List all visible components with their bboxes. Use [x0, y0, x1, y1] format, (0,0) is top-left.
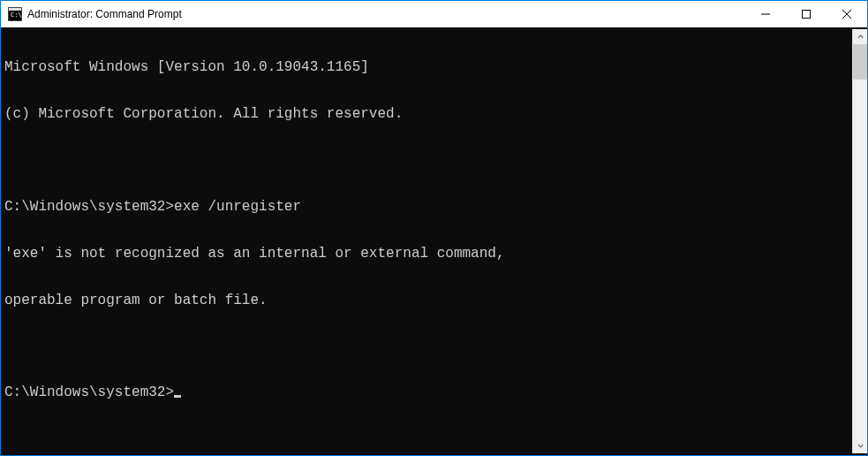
maximize-icon	[802, 10, 811, 19]
scroll-track[interactable]	[853, 44, 867, 438]
svg-rect-1	[9, 8, 21, 11]
minimize-icon	[761, 10, 770, 19]
window-controls	[745, 1, 867, 27]
terminal-prompt: C:\Windows\system32>	[4, 384, 174, 400]
window-title: Administrator: Command Prompt	[27, 8, 745, 20]
terminal-line: (c) Microsoft Corporation. All rights re…	[4, 107, 852, 123]
close-icon	[842, 10, 851, 19]
vertical-scrollbar[interactable]	[852, 29, 867, 453]
maximize-button[interactable]	[786, 1, 826, 27]
svg-rect-4	[803, 11, 811, 19]
minimize-button[interactable]	[745, 1, 786, 27]
svg-text:C:\: C:\	[11, 11, 22, 19]
chevron-down-icon	[857, 443, 864, 449]
terminal-line: Microsoft Windows [Version 10.0.19043.11…	[4, 60, 852, 76]
terminal-line: C:\Windows\system32>exe /unregister	[4, 200, 852, 216]
terminal-line	[4, 154, 852, 169]
cmd-icon: C:\	[8, 7, 22, 21]
close-button[interactable]	[826, 1, 867, 27]
terminal-line	[4, 339, 852, 354]
chevron-up-icon	[857, 34, 864, 40]
command-prompt-window: C:\ Administrator: Command Prompt	[0, 0, 868, 456]
scroll-down-button[interactable]	[853, 438, 867, 453]
terminal-area[interactable]: Microsoft Windows [Version 10.0.19043.11…	[1, 27, 867, 455]
terminal-line: operable program or batch file.	[4, 293, 852, 309]
terminal-cursor	[174, 395, 181, 398]
terminal-line: 'exe' is not recognized as an internal o…	[4, 247, 852, 262]
scroll-thumb[interactable]	[853, 44, 867, 80]
terminal-content[interactable]: Microsoft Windows [Version 10.0.19043.11…	[4, 29, 852, 453]
terminal-prompt-line: C:\Windows\system32>	[4, 385, 852, 401]
scroll-up-button[interactable]	[853, 29, 867, 44]
titlebar[interactable]: C:\ Administrator: Command Prompt	[1, 1, 867, 27]
